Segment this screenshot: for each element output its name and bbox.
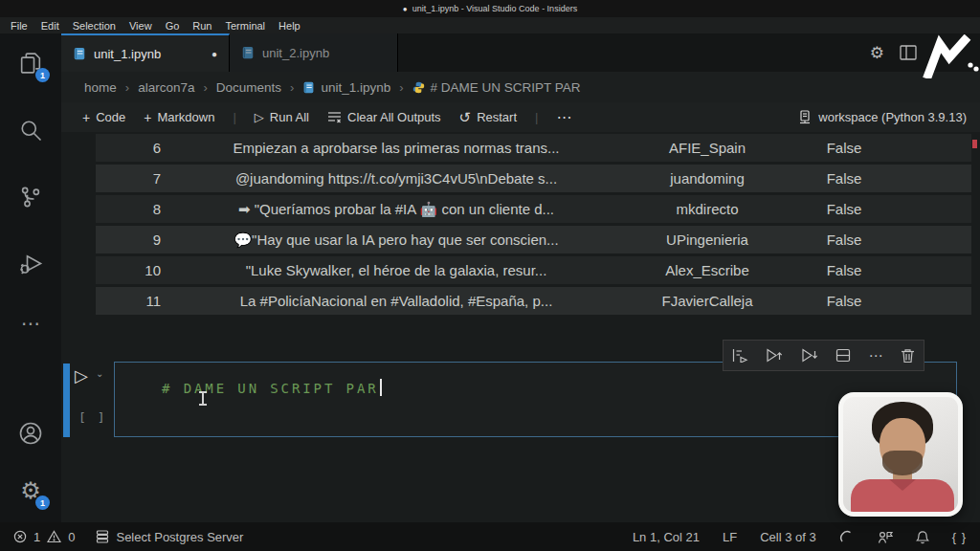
clear-outputs-icon [327, 111, 342, 123]
row-index: 10 [96, 262, 161, 278]
menu-help[interactable]: Help [272, 20, 307, 32]
menu-selection[interactable]: Selection [66, 20, 122, 32]
tab-modified-dot[interactable]: ● [212, 49, 217, 59]
feedback-icon[interactable] [877, 530, 893, 544]
menu-go[interactable]: Go [159, 20, 187, 32]
execution-count: [ ] [78, 410, 106, 425]
kernel-busy-spinner-icon [839, 530, 854, 544]
menu-terminal[interactable]: Terminal [219, 20, 273, 32]
menu-view[interactable]: View [122, 20, 159, 32]
chevron-down-icon[interactable]: ⌄ [96, 368, 103, 379]
explorer-icon[interactable]: 1 [14, 47, 47, 79]
notebook-icon [73, 47, 86, 60]
cursor-position[interactable]: Ln 1, Col 21 [633, 530, 700, 544]
run-cell-button[interactable]: ▷ [75, 365, 88, 386]
row-index: 8 [96, 201, 161, 217]
source-control-icon[interactable] [14, 181, 47, 213]
split-editor-icon[interactable] [900, 45, 917, 60]
restart-icon: ↺ [459, 109, 472, 126]
cell-position[interactable]: Cell 3 of 3 [760, 530, 816, 544]
menu-edit[interactable]: Edit [34, 20, 66, 32]
restart-kernel-button[interactable]: ↺ Restart [459, 109, 517, 126]
tab-label: unit_1.ipynb [94, 47, 161, 61]
menu-run[interactable]: Run [186, 20, 218, 32]
eol-indicator[interactable]: LF [723, 530, 737, 544]
tweet-text: Empiezan a aprobarse las primeras normas… [161, 140, 632, 156]
plus-icon: + [82, 110, 90, 125]
plus-icon: + [144, 110, 151, 125]
breadcrumb-symbol[interactable]: # DAME UN SCRIPT PAR [412, 80, 581, 95]
add-code-cell-button[interactable]: + Code [82, 110, 125, 125]
breadcrumb-home[interactable]: home [84, 80, 117, 95]
breadcrumb-symbol-label: # DAME UN SCRIPT PAR [431, 80, 581, 95]
notebook-toolbar: + Code + Markdown | ▷ Run All Clear All … [61, 102, 980, 132]
execute-cell-and-below-icon[interactable] [801, 348, 818, 363]
tweet-user: Alex_Escribe [632, 262, 783, 278]
webcam-overlay [838, 392, 963, 517]
execute-above-cells-icon[interactable] [732, 348, 748, 363]
dataframe-output: 6 Empiezan a aprobarse las primeras norm… [96, 134, 971, 318]
notifications-bell-icon[interactable] [916, 530, 929, 544]
cell-toolbar: ⋯ [723, 340, 924, 371]
error-count: 1 [33, 530, 40, 544]
settings-gear-icon[interactable]: ⚙ 1 [14, 474, 47, 507]
run-all-button[interactable]: ▷ Run All [255, 110, 309, 124]
database-icon [96, 530, 109, 543]
search-icon[interactable] [14, 114, 47, 146]
retweet-flag: False [783, 201, 905, 217]
retweet-flag: False [783, 293, 905, 309]
breadcrumb-documents[interactable]: Documents [216, 80, 281, 95]
row-index: 11 [96, 293, 161, 309]
settings-badge: 1 [35, 496, 50, 510]
table-row: 10 "Luke Skywalker, el héroe de la galax… [96, 256, 971, 284]
split-cell-icon[interactable] [835, 348, 851, 363]
warning-icon [47, 530, 61, 543]
run-debug-icon[interactable] [14, 248, 47, 280]
more-views-icon[interactable]: ⋯ [14, 307, 47, 340]
table-row: 11 La #PolicíaNacional en #Valladolid, #… [96, 287, 971, 315]
tab-unit1[interactable]: unit_1.ipynb ● [61, 33, 230, 72]
window-title: unit_1.ipynb - Visual Studio Code - Insi… [412, 4, 577, 13]
manage-gear-icon[interactable]: ⚙ [870, 43, 884, 63]
scrollbar-error-marker [972, 140, 977, 148]
delete-cell-icon[interactable] [901, 348, 915, 364]
tab-unit2[interactable]: unit_2.ipynb [230, 33, 398, 72]
braces-icon[interactable]: { } [952, 530, 967, 544]
toolbar-more-actions-button[interactable]: ⋯ [556, 108, 571, 126]
cell-more-actions-icon[interactable]: ⋯ [868, 347, 882, 364]
tweet-text: @juandoming https://t.co/ymji3C4vU5\nDeb… [161, 170, 632, 187]
chevron-sep-icon: › [125, 80, 129, 95]
python-icon [412, 81, 425, 94]
notebook-icon [302, 81, 315, 94]
table-row: 9 💬"Hay que usar la IA pero hay que ser … [96, 226, 971, 253]
tweet-user: juandoming [632, 170, 783, 187]
tweet-user: AFIE_Spain [632, 140, 783, 156]
breadcrumb-user[interactable]: alarcon7a [138, 80, 194, 95]
tweet-text: ➡ "Queríamos probar la #IA 🤖 con un clie… [161, 201, 632, 218]
video-overlay-arrow-icon [921, 34, 980, 78]
tweet-user: UPingenieria [632, 231, 783, 248]
execute-cell-and-above-icon[interactable] [766, 348, 783, 363]
tweet-text: 💬"Hay que usar la IA pero hay que ser co… [161, 231, 632, 249]
account-icon[interactable] [14, 417, 47, 450]
code-cell-editor[interactable]: # DAME UN SCRIPT PAR [114, 362, 957, 437]
row-index: 7 [96, 170, 161, 187]
select-postgres-server[interactable]: Select Postgres Server [96, 530, 243, 544]
add-markdown-cell-button[interactable]: + Markdown [144, 110, 214, 125]
problems-indicator[interactable]: 1 0 [13, 530, 75, 544]
tweet-user: FJavierCalleja [632, 293, 783, 309]
status-right: Ln 1, Col 21 LF Cell 3 of 3 { } [633, 530, 967, 544]
code-line: # DAME UN SCRIPT PAR [162, 379, 382, 396]
breadcrumb-file[interactable]: unit_1.ipynb [302, 80, 390, 95]
run-all-icon: ▷ [255, 110, 264, 124]
selected-cell-indicator [63, 364, 70, 437]
toolbar-separator: | [233, 110, 235, 124]
presenter-beard [882, 451, 923, 475]
menu-file[interactable]: File [4, 20, 34, 32]
kernel-picker[interactable]: workspace (Python 3.9.13) [798, 110, 967, 124]
title-bar: ● unit_1.ipynb - Visual Studio Code - In… [0, 0, 980, 17]
clear-all-outputs-button[interactable]: Clear All Outputs [327, 110, 441, 124]
retweet-flag: False [783, 170, 905, 187]
toolbar-separator: | [535, 110, 538, 124]
mouse-ibeam-cursor [199, 391, 207, 406]
